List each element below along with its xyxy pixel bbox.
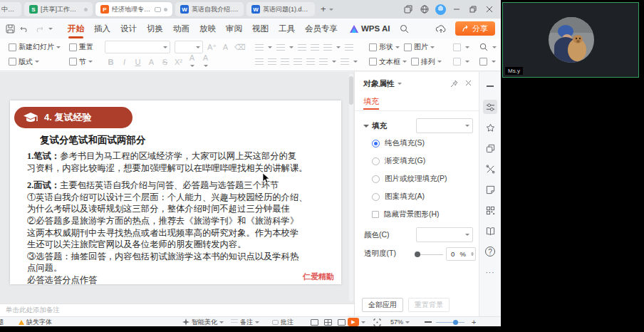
toolbox-icon[interactable] <box>483 162 497 176</box>
tab-list-caret-icon[interactable] <box>329 9 333 13</box>
paste-button-clipped[interactable] <box>0 40 1 69</box>
tab-design[interactable]: 设计 <box>115 24 142 34</box>
document-tab-sheet[interactable]: S [共享]工作簿1.xlsx <box>24 2 93 16</box>
decrease-indent-icon[interactable] <box>298 44 306 51</box>
canvas-scrollbar[interactable] <box>349 73 353 301</box>
fill-style-combo[interactable] <box>416 118 473 133</box>
tab-transitions[interactable]: 切换 <box>142 24 168 34</box>
slide-canvas[interactable]: 4. 复试经验 复试分笔试和面试两部分 1.笔试：参考书目为马工程的区域经济学，… <box>0 72 354 304</box>
bold-button[interactable]: B <box>106 58 115 66</box>
effects-star-icon[interactable] <box>483 120 497 135</box>
redo-icon[interactable] <box>34 25 43 33</box>
reading-view-icon[interactable] <box>338 319 346 326</box>
fit-slide-button[interactable] <box>373 317 381 326</box>
tab-member[interactable]: 会员专享 <box>300 24 343 34</box>
font-color-button[interactable]: A <box>187 53 197 71</box>
radio-picture-texture-fill[interactable]: 图片或纹理填充(P) <box>372 174 479 184</box>
tab-tools[interactable]: 工具 <box>274 24 300 34</box>
checkbox-hide-background[interactable]: 隐藏背景图形(H) <box>372 209 479 219</box>
bullet-list-icon[interactable] <box>255 44 264 51</box>
shapes-button[interactable]: 形状 <box>369 42 400 52</box>
fill-section-header[interactable]: 填充 <box>363 121 387 131</box>
slide-title-banner[interactable]: 4. 复试经验 <box>14 107 133 128</box>
transparency-slider-knob[interactable] <box>415 251 420 257</box>
more-options-icon[interactable] <box>483 265 497 279</box>
decrease-font-icon[interactable]: A <box>221 43 230 51</box>
radio-gradient-fill[interactable]: 渐变填充(G) <box>372 156 479 166</box>
video-call-overlay[interactable]: Ms.y <box>502 2 639 78</box>
section-button[interactable]: 节 <box>69 57 93 67</box>
minimize-button[interactable] <box>451 4 462 15</box>
search-icon[interactable] <box>400 24 409 33</box>
slide[interactable]: 4. 复试经验 复试分笔试和面试两部分 1.笔试：参考书目为马工程的区域经济学，… <box>10 100 341 284</box>
scrollbar-thumb[interactable] <box>349 76 353 105</box>
align-center-icon[interactable] <box>268 58 276 65</box>
collapse-rail-icon[interactable] <box>483 79 497 93</box>
undo-icon[interactable] <box>20 25 29 33</box>
spinner-icons[interactable] <box>471 251 474 257</box>
superscript-button[interactable]: X² <box>174 58 183 66</box>
align-objects-icon[interactable] <box>341 58 349 65</box>
distribute-icon[interactable] <box>306 58 315 65</box>
tab-home[interactable]: 开始 <box>63 24 89 34</box>
account-avatar[interactable] <box>435 4 446 15</box>
slideshow-play-button[interactable]: ▶ <box>348 317 365 326</box>
increase-indent-icon[interactable] <box>311 44 319 51</box>
tab-slideshow[interactable]: 放映 <box>194 24 221 34</box>
reset-background-button[interactable]: 重置背景 <box>408 298 450 312</box>
zoom-out-button[interactable] <box>425 317 432 326</box>
transparency-input[interactable]: 0 % <box>446 247 476 261</box>
fill-color-icon[interactable] <box>453 43 461 51</box>
missing-font-warning[interactable]: 缺失字体 <box>19 317 52 326</box>
font-size-combo[interactable] <box>175 41 203 53</box>
tab-review[interactable]: 审阅 <box>221 24 247 34</box>
justify-icon[interactable] <box>294 58 302 65</box>
sticker-resource-icon[interactable] <box>483 182 497 197</box>
picture-button[interactable]: 图片 <box>404 42 435 52</box>
new-tab-button[interactable]: + <box>316 4 329 16</box>
zoom-slider-knob[interactable] <box>453 320 458 325</box>
text-direction-icon[interactable] <box>345 44 353 51</box>
smart-beautify-button[interactable]: 智能美化 <box>182 317 224 326</box>
align-left-icon[interactable] <box>255 58 264 65</box>
transparency-slider[interactable] <box>417 254 443 255</box>
restore-button[interactable] <box>467 4 479 15</box>
quick-access-caret-icon[interactable] <box>48 28 53 32</box>
qr-resource-icon[interactable] <box>483 203 497 217</box>
document-tab-presentation-active[interactable]: P 经济地理专业考研经验分享 <box>95 2 172 16</box>
document-tab-word1[interactable]: W 英语自我介绍.docx <box>175 2 244 16</box>
fill-tab[interactable]: 填充 <box>355 93 479 111</box>
tab-insert[interactable]: 插入 <box>89 24 115 34</box>
reference-book-icon[interactable] <box>483 224 497 238</box>
italic-button[interactable]: I <box>120 58 129 66</box>
cloud-sync-icon[interactable] <box>435 24 447 33</box>
highlight-color-button[interactable]: A <box>201 53 210 71</box>
notes-bar[interactable]: 单击此处添加备注 <box>0 304 354 316</box>
new-slide-button[interactable]: 新建幻灯片 <box>9 42 61 52</box>
tab-view[interactable]: 视图 <box>247 24 274 34</box>
font-family-combo[interactable] <box>105 41 170 53</box>
object-properties-icon[interactable] <box>483 100 497 114</box>
zoom-slider[interactable] <box>436 317 464 326</box>
slide-sorter-view-icon[interactable] <box>324 319 332 326</box>
arrange-button[interactable]: 排列 <box>411 57 442 67</box>
slide-layout-button[interactable]: 版式 <box>9 57 39 67</box>
close-button[interactable] <box>484 4 495 15</box>
normal-view-icon[interactable] <box>311 319 318 326</box>
underline-button[interactable]: U <box>133 58 142 66</box>
reset-slide-button[interactable]: 重置 <box>69 42 93 52</box>
color-combo[interactable] <box>416 227 473 242</box>
close-panel-icon[interactable] <box>465 80 472 88</box>
outline-color-icon[interactable] <box>453 58 461 66</box>
textbox-button[interactable]: 文本框 <box>369 57 407 67</box>
wps-ai-button[interactable]: WPS AI <box>350 24 390 33</box>
panel-title-caret-icon[interactable] <box>398 83 402 87</box>
radio-pattern-fill[interactable]: 图案填充(A) <box>372 192 479 202</box>
save-icon[interactable] <box>6 24 15 33</box>
line-spacing-icon[interactable] <box>323 44 332 51</box>
replace-icon[interactable] <box>479 58 487 66</box>
share-button[interactable]: 分享 <box>455 21 495 36</box>
columns-icon[interactable] <box>319 58 328 65</box>
radio-solid-fill[interactable]: 纯色填充(S) <box>372 138 479 148</box>
apply-all-button[interactable]: 全部应用 <box>362 298 403 312</box>
